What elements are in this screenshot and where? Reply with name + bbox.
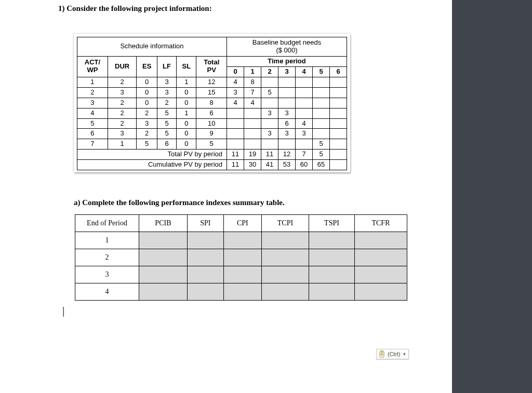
- schedule-section-left: Schedule information: [77, 37, 227, 57]
- col-act-wp: ACT/ WP: [77, 56, 108, 77]
- text-cursor: |: [62, 304, 452, 317]
- schedule-table-figure: Schedule information Baseline budget nee…: [74, 34, 350, 172]
- question-heading: 1) Consider the following project inform…: [58, 4, 452, 13]
- schedule-row: 42251633: [77, 108, 347, 118]
- subquestion-heading: a) Complete the following performance in…: [74, 198, 452, 207]
- paste-options-label: (Ctrl): [388, 351, 400, 357]
- perf-row: 4: [75, 283, 407, 301]
- schedule-row: 7156055: [77, 139, 347, 150]
- svg-rect-1: [381, 351, 383, 353]
- side-panel: [452, 0, 532, 393]
- clipboard-icon: [379, 350, 385, 358]
- col-es: ES: [137, 56, 157, 77]
- perf-row: 1: [75, 232, 407, 249]
- col-lf: LF: [157, 56, 176, 77]
- schedule-row: 632509333: [77, 129, 347, 139]
- dropdown-icon: ▾: [403, 351, 406, 357]
- svg-rect-3: [381, 354, 383, 355]
- col-time-period: Time period: [227, 56, 347, 66]
- schedule-section-right: Baseline budget needs ($ 000): [227, 37, 347, 57]
- col-total-pv: Total PV: [196, 56, 227, 77]
- svg-rect-4: [381, 355, 383, 356]
- schedule-table: Schedule information Baseline budget nee…: [77, 37, 347, 170]
- schedule-row: 32020844: [77, 98, 347, 108]
- cumulative-pv-label: Cumulative PV by period: [77, 160, 227, 170]
- paste-options-button[interactable]: (Ctrl) ▾: [376, 349, 409, 359]
- schedule-row: 120311248: [77, 77, 347, 87]
- col-sl: SL: [177, 56, 196, 77]
- svg-rect-2: [381, 353, 383, 354]
- total-pv-label: Total PV by period: [77, 150, 227, 160]
- performance-table: End of Period PCIB SPI CPI TCPI TSPI TCF…: [75, 214, 407, 301]
- schedule-row: 2303015375: [77, 87, 347, 98]
- perf-row: 3: [75, 266, 407, 283]
- col-dur: DUR: [108, 56, 137, 77]
- perf-header-row: End of Period PCIB SPI CPI TCPI TSPI TCF…: [75, 215, 407, 232]
- perf-row: 2: [75, 249, 407, 266]
- schedule-row: 523501064: [77, 118, 347, 129]
